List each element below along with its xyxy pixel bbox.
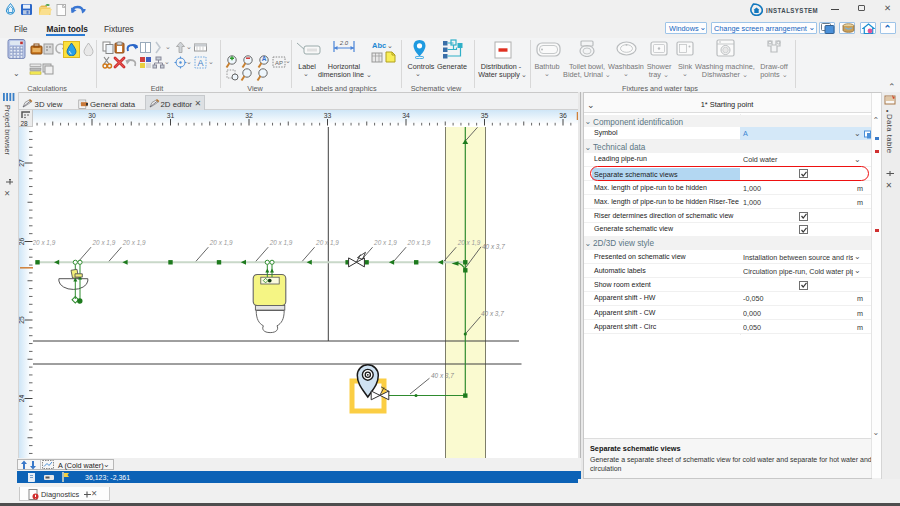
svg-text:20 x 1,9: 20 x 1,9 bbox=[122, 239, 146, 246]
svg-text:20 x 1,9: 20 x 1,9 bbox=[457, 239, 481, 246]
svg-text:A: A bbox=[262, 55, 267, 62]
svg-text:2.0: 2.0 bbox=[339, 40, 349, 46]
svg-text:20 x 1,9: 20 x 1,9 bbox=[92, 239, 116, 246]
svg-text:31: 31 bbox=[167, 112, 175, 119]
svg-text:25: 25 bbox=[19, 316, 25, 324]
svg-text:40 x 3,7: 40 x 3,7 bbox=[431, 372, 454, 379]
svg-text:40 x 3,7: 40 x 3,7 bbox=[481, 310, 504, 317]
svg-text:27: 27 bbox=[19, 159, 25, 167]
svg-text:40 x 3,7: 40 x 3,7 bbox=[482, 243, 505, 250]
svg-text:36: 36 bbox=[559, 112, 567, 119]
svg-text:34: 34 bbox=[402, 112, 410, 119]
svg-text:26: 26 bbox=[19, 238, 25, 246]
svg-text:20 x 1,9: 20 x 1,9 bbox=[315, 239, 339, 246]
svg-text:24: 24 bbox=[19, 395, 25, 403]
svg-text:AP: AP bbox=[275, 60, 283, 66]
svg-text:20 x 1,9: 20 x 1,9 bbox=[209, 239, 233, 246]
svg-text:20 x 1,9: 20 x 1,9 bbox=[33, 239, 56, 246]
svg-text:20 x 1,9: 20 x 1,9 bbox=[269, 239, 293, 246]
svg-text:35: 35 bbox=[481, 112, 489, 119]
svg-text:33: 33 bbox=[324, 112, 332, 119]
svg-text:20 x 1,9: 20 x 1,9 bbox=[407, 239, 431, 246]
svg-text:20 x 1,9: 20 x 1,9 bbox=[373, 239, 397, 246]
svg-text:30: 30 bbox=[88, 112, 96, 119]
svg-text:A: A bbox=[197, 58, 203, 68]
svg-text:32: 32 bbox=[245, 112, 253, 119]
